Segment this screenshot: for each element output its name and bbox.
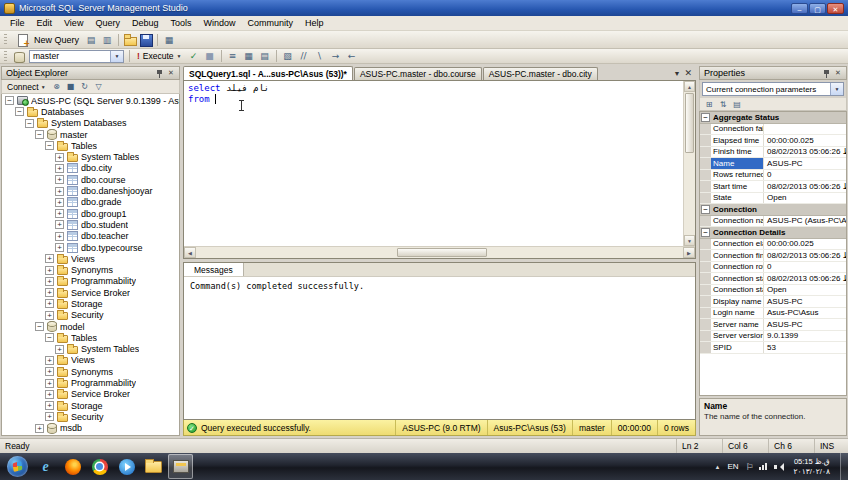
taskbar-button-internet-explorer[interactable]: e	[33, 454, 58, 479]
outdent-icon[interactable]: ←	[345, 50, 359, 63]
property-row[interactable]: Connection start t08/02/2013 05:06:26 ق.…	[700, 273, 846, 285]
collapse-icon[interactable]: −	[701, 205, 710, 214]
categorized-icon[interactable]: ⊞	[703, 99, 715, 110]
expand-icon[interactable]: +	[45, 311, 54, 320]
scroll-left-icon[interactable]: ◀	[184, 247, 196, 258]
results-grid-icon[interactable]: ▦	[242, 50, 256, 63]
tab-messages[interactable]: Messages	[184, 263, 244, 276]
tree-item-system-tables[interactable]: +System Tables	[2, 151, 179, 162]
collapse-icon[interactable]: −	[15, 107, 24, 116]
tree-item-master[interactable]: −master	[2, 129, 179, 140]
refresh-icon[interactable]: ↻	[79, 81, 91, 92]
comment-icon[interactable]: //	[297, 50, 311, 63]
close-button[interactable]: ✕	[827, 3, 844, 14]
tree-item-programmability[interactable]: +Programmability	[2, 276, 179, 287]
property-row[interactable]: Connection elaps00:00:00.025	[700, 239, 846, 251]
expand-icon[interactable]: +	[45, 379, 54, 388]
show-execution-plan-icon[interactable]: ▧	[281, 50, 295, 63]
toolbar-grip[interactable]	[4, 51, 7, 62]
connect-button[interactable]: Connect ▼	[4, 82, 49, 92]
alphabetical-icon[interactable]: ⇅	[717, 99, 729, 110]
stop-icon[interactable]: ■	[203, 50, 217, 63]
document-tab-2[interactable]: ASUS-PC.master - dbo.course	[354, 67, 482, 80]
expand-icon[interactable]: +	[55, 220, 64, 229]
property-row[interactable]: Finish time08/02/2013 05:06:26 ق.ظ	[700, 147, 846, 159]
property-row[interactable]: Server version9.0.1399	[700, 331, 846, 343]
property-row[interactable]: StateOpen	[700, 193, 846, 205]
results-text-icon[interactable]: ≡	[226, 50, 240, 63]
property-section[interactable]: −Connection	[700, 204, 846, 216]
menu-item-community[interactable]: Community	[241, 17, 299, 29]
menu-item-window[interactable]: Window	[197, 17, 241, 29]
expand-icon[interactable]: +	[55, 164, 64, 173]
close-document-icon[interactable]: ✕	[684, 68, 692, 78]
expand-icon[interactable]: +	[55, 209, 64, 218]
vertical-scrollbar[interactable]: ▲ ▼	[683, 81, 695, 246]
available-databases-combo[interactable]: master ▼	[29, 50, 124, 63]
pin-icon[interactable]	[820, 68, 832, 79]
tree-item-dbo-grade[interactable]: +dbo.grade	[2, 197, 179, 208]
tree-item-service-broker[interactable]: +Service Broker	[2, 389, 179, 400]
open-file-icon[interactable]	[123, 33, 137, 46]
scroll-thumb[interactable]	[685, 93, 694, 153]
expand-icon[interactable]: +	[45, 254, 54, 263]
tree-item-views[interactable]: +Views	[2, 355, 179, 366]
tree-item-security[interactable]: +Security	[2, 411, 179, 422]
menu-item-query[interactable]: Query	[89, 17, 126, 29]
save-icon[interactable]	[139, 33, 153, 46]
expand-icon[interactable]: +	[55, 153, 64, 162]
close-panel-icon[interactable]: ✕	[165, 68, 177, 79]
parse-icon[interactable]: ✓	[187, 50, 201, 63]
uncomment-icon[interactable]: \	[313, 50, 327, 63]
tree-item-dbo-group1[interactable]: +dbo.group1	[2, 208, 179, 219]
property-row[interactable]: Display nameASUS-PC	[700, 296, 846, 308]
expand-icon[interactable]: +	[45, 367, 54, 376]
start-button[interactable]	[2, 453, 32, 480]
property-section[interactable]: −Connection Details	[700, 227, 846, 239]
taskbar-button-folder-explorer[interactable]	[141, 454, 166, 479]
collapse-icon[interactable]: −	[35, 322, 44, 331]
collapse-icon[interactable]: −	[701, 113, 710, 122]
close-panel-icon[interactable]: ✕	[832, 68, 844, 79]
indent-icon[interactable]: →	[329, 50, 343, 63]
scroll-right-icon[interactable]: ▶	[683, 247, 695, 258]
show-hidden-icons-icon[interactable]: ▲	[714, 464, 720, 470]
menu-item-view[interactable]: View	[58, 17, 89, 29]
show-desktop-button[interactable]	[840, 453, 848, 480]
scroll-down-icon[interactable]: ▼	[684, 235, 695, 246]
taskbar-button-firefox[interactable]	[60, 454, 85, 479]
document-tab-3[interactable]: ASUS-PC.master - dbo.city	[483, 67, 598, 80]
tree-item-model[interactable]: −model	[2, 321, 179, 332]
tree-item-security[interactable]: +Security	[2, 310, 179, 321]
expand-icon[interactable]: +	[55, 345, 64, 354]
menu-item-help[interactable]: Help	[299, 17, 330, 29]
results-file-icon[interactable]: ▤	[258, 50, 272, 63]
property-row[interactable]: Login nameAsus-PC\Asus	[700, 308, 846, 320]
tree-item-dbo-teacher[interactable]: +dbo.teacher	[2, 231, 179, 242]
disconnect-icon[interactable]: ⊗	[51, 81, 63, 92]
scroll-thumb[interactable]	[397, 248, 487, 257]
expand-icon[interactable]: +	[45, 288, 54, 297]
toolbar-grip[interactable]	[4, 34, 7, 45]
property-row[interactable]: Elapsed time00:00:00.025	[700, 135, 846, 147]
expand-icon[interactable]: +	[45, 299, 54, 308]
property-row[interactable]: Connection failur	[700, 124, 846, 136]
tree-item-asus-pc-sql-server-9-0-1399-asus-pc-asus-[interactable]: −ASUS-PC (SQL Server 9.0.1399 - Asus-PC\…	[2, 95, 179, 106]
active-files-icon[interactable]: ▼	[674, 70, 681, 77]
property-row[interactable]: Rows returned0	[700, 170, 846, 182]
maximize-button[interactable]: ▢	[809, 3, 826, 14]
expand-icon[interactable]: +	[55, 187, 64, 196]
taskbar-button-media-player[interactable]	[114, 454, 139, 479]
filter-icon[interactable]: ▽	[93, 81, 105, 92]
tree-item-views[interactable]: +Views	[2, 253, 179, 264]
expand-icon[interactable]: +	[55, 243, 64, 252]
menu-item-tools[interactable]: Tools	[164, 17, 197, 29]
tree-item-dbo-typecourse[interactable]: +dbo.typecourse	[2, 242, 179, 253]
menu-item-file[interactable]: File	[4, 17, 31, 29]
tree-item-synonyms[interactable]: +Synonyms	[2, 366, 179, 377]
tree-item-dbo-daneshjooyar[interactable]: +dbo.daneshjooyar	[2, 185, 179, 196]
collapse-icon[interactable]: −	[35, 130, 44, 139]
horizontal-scrollbar[interactable]: ◀ ▶	[184, 246, 695, 258]
language-indicator[interactable]: EN	[725, 462, 740, 471]
expand-icon[interactable]: +	[45, 401, 54, 410]
